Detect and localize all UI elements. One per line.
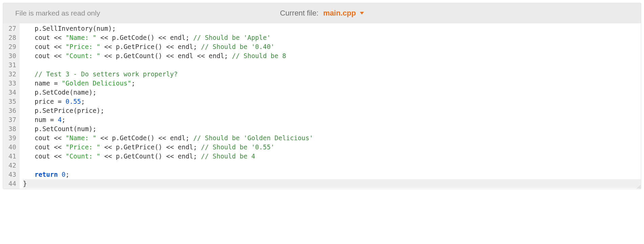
- token-op: <<: [162, 152, 178, 160]
- token-punct: }: [23, 180, 27, 187]
- token-comment: // Test 3 - Do setters work properly?: [34, 70, 178, 78]
- token-op: =: [50, 79, 62, 87]
- code-line[interactable]: p.SetCount(num);: [23, 124, 641, 133]
- code-line[interactable]: p.SetPrice(price);: [23, 106, 641, 115]
- code-line[interactable]: cout << "Price: " << p.GetPrice() << end…: [23, 143, 641, 152]
- token-string: "Count: ": [66, 152, 100, 160]
- token-identifier: name: [73, 89, 89, 96]
- code-line[interactable]: p.SellInventory(num);: [23, 24, 641, 33]
- line-number: 32: [3, 70, 20, 79]
- token-punct: );: [89, 89, 96, 96]
- token-identifier: endl: [178, 152, 193, 160]
- code-line[interactable]: p.SetCode(name);: [23, 88, 641, 97]
- code-line[interactable]: cout << "Price: " << p.GetPrice() << end…: [23, 42, 641, 51]
- code-editor: File is marked as read only Current file…: [3, 3, 641, 189]
- line-number: 27: [3, 24, 20, 33]
- token-punct: (): [147, 134, 155, 142]
- token-punct: ;: [224, 52, 232, 59]
- token-punct: ;: [185, 134, 193, 142]
- line-number: 41: [3, 152, 20, 161]
- token-string: "Price: ": [66, 143, 100, 151]
- token-punct: .: [39, 125, 42, 132]
- token-op: <<: [50, 34, 66, 41]
- code-line[interactable]: cout << "Count: " << p.GetCount() << end…: [23, 152, 641, 161]
- token-string: "Name: ": [66, 134, 97, 142]
- code-line[interactable]: [23, 161, 641, 170]
- token-number: 0: [62, 171, 65, 178]
- token-identifier: GetCode: [120, 34, 147, 41]
- readonly-notice: File is marked as read only: [15, 9, 100, 17]
- token-op: <<: [96, 134, 112, 142]
- code-line[interactable]: [23, 60, 641, 70]
- token-identifier: price: [34, 98, 54, 105]
- code-content[interactable]: p.SellInventory(num); cout << "Name: " <…: [20, 23, 641, 189]
- editor-header: File is marked as read only Current file…: [3, 3, 641, 23]
- token-identifier: p: [34, 125, 38, 132]
- token-op: <<: [100, 43, 116, 50]
- token-identifier: p: [112, 34, 116, 41]
- line-number: 37: [3, 115, 20, 124]
- code-line[interactable]: num = 4;: [23, 115, 641, 124]
- token-identifier: endl: [170, 134, 186, 142]
- token-identifier: cout: [34, 134, 50, 142]
- svg-line-2: [640, 188, 641, 189]
- token-identifier: p: [116, 43, 119, 50]
- token-punct: (: [73, 107, 77, 114]
- token-punct: .: [120, 43, 123, 50]
- token-comment: // Should be 'Apple': [193, 34, 271, 41]
- token-op: <<: [193, 52, 209, 59]
- line-number: 34: [3, 88, 20, 97]
- token-op: <<: [162, 143, 178, 151]
- token-identifier: p: [112, 134, 116, 142]
- token-identifier: num: [34, 116, 46, 123]
- token-identifier: p: [34, 25, 38, 32]
- current-file-name[interactable]: main.cpp: [323, 9, 364, 18]
- token-identifier: cout: [34, 34, 50, 41]
- token-identifier: GetCode: [120, 134, 147, 142]
- token-number: 0.55: [66, 98, 81, 105]
- token-punct: (): [155, 152, 162, 160]
- current-file-selector[interactable]: Current file: main.cpp: [280, 9, 364, 18]
- token-punct: (): [155, 43, 162, 50]
- token-keyword: return: [34, 171, 58, 178]
- token-op: =: [46, 116, 58, 123]
- token-identifier: endl: [170, 34, 186, 41]
- token-punct: (: [73, 125, 77, 132]
- token-identifier: endl: [178, 143, 193, 151]
- code-line[interactable]: cout << "Name: " << p.GetCode() << endl;…: [23, 133, 641, 143]
- token-string: "Golden Delicious": [62, 79, 131, 87]
- token-op: <<: [155, 134, 170, 142]
- token-punct: .: [39, 107, 42, 114]
- token-identifier: SellInventory: [42, 25, 93, 32]
- code-line[interactable]: return 0;: [23, 170, 641, 179]
- token-punct: .: [120, 52, 123, 59]
- line-number: 44: [3, 179, 20, 188]
- token-punct: );: [108, 25, 116, 32]
- chevron-down-icon: [360, 12, 364, 15]
- token-identifier: SetCount: [42, 125, 73, 132]
- token-identifier: GetCount: [123, 152, 155, 160]
- token-punct: ;: [185, 34, 193, 41]
- code-line[interactable]: cout << "Name: " << p.GetCode() << endl;…: [23, 33, 641, 42]
- token-identifier: cout: [34, 52, 50, 59]
- token-punct: ;: [62, 116, 65, 123]
- token-punct: );: [89, 125, 96, 132]
- code-line[interactable]: price = 0.55;: [23, 97, 641, 106]
- code-line[interactable]: cout << "Count: " << p.GetCount() << end…: [23, 51, 641, 60]
- code-line[interactable]: }: [23, 179, 641, 188]
- token-identifier: SetPrice: [42, 107, 73, 114]
- code-line[interactable]: // Test 3 - Do setters work properly?: [23, 70, 641, 79]
- line-number: 42: [3, 161, 20, 170]
- resize-handle[interactable]: [636, 184, 641, 189]
- token-punct: ;: [81, 98, 85, 105]
- current-file-label: Current file:: [280, 9, 319, 18]
- token-string: "Count: ": [66, 52, 100, 59]
- token-identifier: price: [77, 107, 96, 114]
- token-op: <<: [100, 143, 116, 151]
- code-area[interactable]: 272829303132333435363738394041424344 p.S…: [3, 23, 641, 189]
- token-punct: ;: [193, 43, 201, 50]
- code-line[interactable]: name = "Golden Delicious";: [23, 79, 641, 88]
- token-identifier: p: [34, 89, 38, 96]
- token-number: 4: [58, 116, 62, 123]
- line-number: 35: [3, 97, 20, 106]
